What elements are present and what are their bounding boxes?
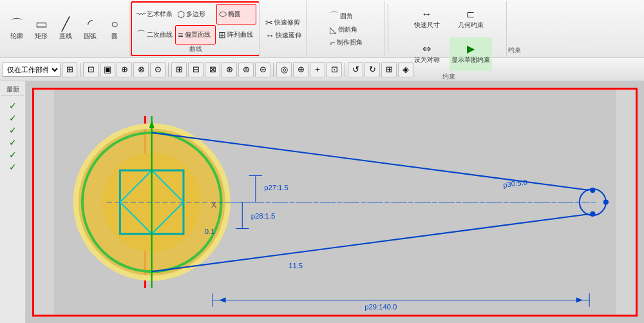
quick-dim-icon: ↔ (422, 9, 432, 19)
t2-icon-9: ⊠ (209, 64, 216, 74)
btn-circle[interactable]: ○ 圆 (103, 12, 126, 46)
btn-pattern-curve[interactable]: ⊞ 阵列曲线 (216, 25, 256, 45)
make-corner-icon: ⌐ (330, 37, 335, 48)
work-part-select[interactable]: 仅在工作部件内 (3, 63, 61, 77)
t2-icon-18: ↻ (369, 64, 376, 74)
separator (388, 4, 388, 54)
sidebar-label: 最新 (1, 84, 24, 96)
rect-icon: ▭ (35, 17, 48, 30)
pattern-curve-icon: ⊞ (218, 30, 226, 40)
t2-btn-6[interactable]: ⊙ (150, 62, 166, 77)
t2-btn-5[interactable]: ⊗ (133, 62, 149, 77)
t2-icon-19: ⊞ (386, 64, 393, 74)
chamfer-icon: ◺ (330, 24, 337, 35)
svg-text:p29:140.0: p29:140.0 (365, 303, 397, 311)
t2-btn-11[interactable]: ⊜ (238, 62, 254, 77)
t2-sep-4 (345, 63, 345, 77)
t2-icon-20: ◈ (402, 64, 409, 74)
sidebar-check-5[interactable]: ✓ (1, 150, 24, 160)
svg-text:p28:1.5: p28:1.5 (251, 212, 276, 220)
svg-point-13 (590, 188, 595, 193)
svg-text:X: X (211, 201, 216, 210)
sidebar-check-2[interactable]: ✓ (1, 113, 24, 123)
btn-chamfer[interactable]: ◺ 倒斜角 (328, 24, 364, 35)
t2-btn-1[interactable]: ⊞ (62, 62, 77, 77)
symmetric-icon: ⇔ (422, 44, 431, 54)
t2-btn-3[interactable]: ▣ (100, 62, 115, 77)
t2-btn-15[interactable]: + (310, 62, 325, 77)
t2-btn-4[interactable]: ⊕ (117, 62, 132, 77)
sidebar-check-1[interactable]: ✓ (1, 101, 24, 111)
t2-sep-1 (80, 63, 80, 77)
polygon-icon: ⬡ (177, 9, 185, 19)
btn-line[interactable]: ╱ 直线 (54, 12, 77, 46)
dimension-group: ↔ 快速尺寸 ⊏ 几何约束 ⇔ 设为对称 ▶ 显示草图约束 约束 (391, 1, 507, 56)
t2-btn-14[interactable]: ⊕ (293, 62, 308, 77)
btn-make-corner[interactable]: ⌐ 制作拐角 (328, 37, 364, 48)
art-spline-icon: 〰 (137, 9, 146, 19)
btn-conic[interactable]: ⌒ 二次曲线 (135, 25, 175, 45)
offset-face-icon: ≡ (178, 30, 183, 40)
btn-rect[interactable]: ▭ 矩形 (30, 12, 53, 46)
t2-btn-19[interactable]: ⊞ (381, 62, 397, 77)
constraint-bottom-label: 约束 (508, 46, 521, 55)
btn-geom-constraint[interactable]: ⊏ 几何约束 (450, 3, 492, 36)
btn-offset-face[interactable]: ≡ 偏置面线 (175, 25, 215, 45)
btn-contour[interactable]: ⌒ 轮廓 (5, 12, 28, 46)
sidebar-check-3[interactable]: ✓ (1, 125, 24, 135)
t2-btn-8[interactable]: ⊟ (188, 62, 204, 77)
quick-extend-icon: ↔ (265, 30, 274, 41)
dimension-group-label: 约束 (442, 71, 455, 81)
t2-btn-20[interactable]: ◈ (398, 62, 413, 77)
sidebar-check-6[interactable]: ✓ (1, 162, 24, 172)
btn-quick-dim[interactable]: ↔ 快速尺寸 (406, 3, 448, 36)
sidebar-check-4[interactable]: ✓ (1, 137, 24, 148)
t2-icon-11: ⊜ (243, 64, 250, 74)
btn-art-spline[interactable]: 〰 艺术样条 (135, 4, 175, 24)
t2-icon-6: ⊙ (155, 64, 162, 74)
svg-point-14 (590, 211, 595, 217)
t2-btn-9[interactable]: ⊠ (205, 62, 220, 77)
t2-icon-5: ⊗ (138, 64, 145, 74)
edit-group: ✂ 快速修剪 ↔ 快速延伸 (261, 1, 307, 56)
sidebar: 最新 ✓ ✓ ✓ ✓ ✓ ✓ (0, 81, 26, 323)
conic-icon: ⌒ (137, 29, 146, 41)
t2-btn-10[interactable]: ⊛ (222, 62, 237, 77)
btn-polygon[interactable]: ⬡ 多边形 (175, 4, 215, 24)
btn-show-sketch-constraint[interactable]: ▶ 显示草图约束 (450, 37, 492, 71)
main-area: 最新 ✓ ✓ ✓ ✓ ✓ ✓ (0, 81, 644, 323)
main-toolbar: ⌒ 轮廓 ▭ 矩形 ╱ 直线 ◜ 园弧 ○ 圆 (0, 0, 644, 58)
drawing-canvas: p27:1.5 p28:1.5 p29:140.0 ρ30:5.0 0.1 11… (32, 88, 638, 317)
constraint-group: ⌒ 圆角 ◺ 倒斜角 ⌐ 制作拐角 (308, 1, 385, 56)
btn-quick-extend[interactable]: ↔ 快速延伸 (263, 30, 303, 41)
btn-quick-trim[interactable]: ✂ 快速修剪 (263, 17, 303, 28)
circle-icon: ○ (111, 17, 118, 30)
t2-icon-14: ⊕ (298, 64, 305, 74)
t2-icon-2: ⊡ (88, 64, 95, 74)
t2-btn-17[interactable]: ↺ (348, 62, 363, 77)
t2-icon-12: ⊝ (260, 64, 267, 74)
t2-icon-10: ⊛ (226, 64, 233, 74)
contour-icon: ⌒ (10, 17, 23, 30)
t2-btn-18[interactable]: ↻ (365, 62, 380, 77)
t2-btn-7[interactable]: ⊞ (171, 62, 187, 77)
svg-text:p27:1.5: p27:1.5 (264, 184, 289, 191)
drawing-svg: p27:1.5 p28:1.5 p29:140.0 ρ30:5.0 0.1 11… (34, 90, 636, 315)
t2-sep-3 (273, 63, 274, 77)
t2-icon-4: ⊕ (121, 64, 128, 74)
btn-arc[interactable]: ◜ 园弧 (79, 12, 102, 46)
canvas-area[interactable]: p27:1.5 p28:1.5 p29:140.0 ρ30:5.0 0.1 11… (26, 81, 644, 323)
t2-btn-13[interactable]: ◎ (276, 62, 292, 77)
btn-fillet[interactable]: ⌒ 圆角 (328, 10, 364, 23)
t2-btn-16[interactable]: ⊡ (327, 62, 342, 77)
btn-ellipse[interactable]: ⬭ 椭圆 (216, 4, 256, 24)
svg-text:0.1: 0.1 (205, 228, 215, 235)
t2-btn-2[interactable]: ⊡ (83, 62, 99, 77)
t2-icon-16: ⊡ (331, 64, 338, 74)
t2-btn-12[interactable]: ⊝ (255, 62, 270, 77)
t2-icon-8: ⊟ (193, 64, 200, 74)
svg-text:11.5: 11.5 (289, 262, 303, 269)
arc-icon: ◜ (88, 17, 93, 30)
curves-group: 〰 艺术样条 ⬡ 多边形 ⬭ 椭圆 ⌒ 二次曲线 ≡ 偏置面线 (131, 1, 260, 56)
line-icon: ╱ (62, 17, 70, 30)
